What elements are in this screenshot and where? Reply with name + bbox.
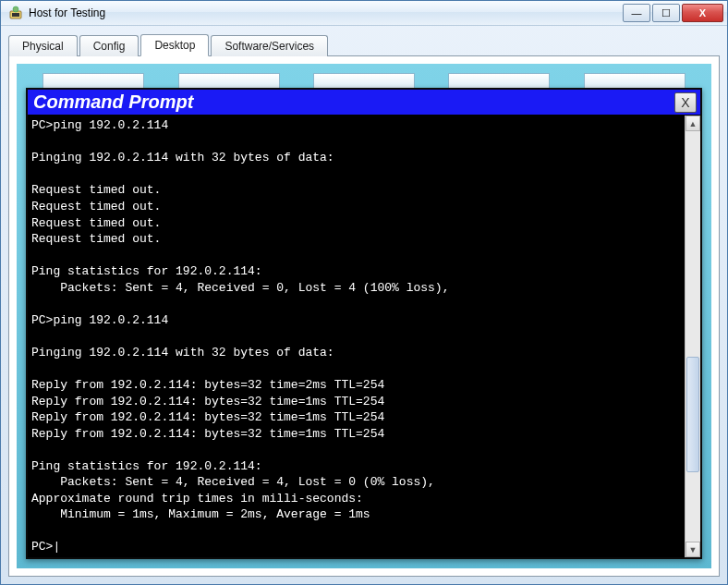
terminal-line: Packets: Sent = 4, Received = 0, Lost = … <box>31 281 449 295</box>
content-area: Physical Config Desktop Software/Service… <box>1 26 727 584</box>
terminal-line: Pinging 192.0.2.114 with 32 bytes of dat… <box>31 346 334 360</box>
terminal-line: Reply from 192.0.2.114: bytes=32 time=1m… <box>31 427 384 441</box>
maximize-button[interactable]: ☐ <box>652 4 680 22</box>
command-prompt-title: Command Prompt <box>33 91 674 113</box>
terminal-line: Reply from 192.0.2.114: bytes=32 time=2m… <box>31 378 384 392</box>
terminal-prompt[interactable]: PC> <box>31 540 60 554</box>
terminal-line: Ping statistics for 192.0.2.114: <box>31 459 262 473</box>
app-icon <box>8 6 23 20</box>
scrollbar: ▲ ▼ <box>685 116 700 557</box>
terminal-line: Request timed out. <box>31 216 161 230</box>
app-window: Host for Testing — ☐ X Physical Config D… <box>0 0 728 585</box>
terminal-line: Request timed out. <box>31 200 161 213</box>
tab-pane: Command Prompt X PC>ping 192.0.2.114 Pin… <box>8 55 720 577</box>
scroll-thumb[interactable] <box>686 357 699 471</box>
command-prompt-close-button[interactable]: X <box>674 92 697 113</box>
terminal-line: Minimum = 1ms, Maximum = 2ms, Average = … <box>31 507 370 521</box>
terminal-line: Request timed out. <box>31 232 161 246</box>
terminal-line: Reply from 192.0.2.114: bytes=32 time=1m… <box>31 395 384 408</box>
terminal-line: Request timed out. <box>31 183 161 197</box>
minimize-button[interactable]: — <box>623 4 650 22</box>
desktop-background: Command Prompt X PC>ping 192.0.2.114 Pin… <box>17 64 711 568</box>
terminal-line: Ping statistics for 192.0.2.114: <box>31 264 262 278</box>
terminal-line: Pinging 192.0.2.114 with 32 bytes of dat… <box>31 151 334 165</box>
scroll-down-button[interactable]: ▼ <box>686 542 700 557</box>
terminal-line: Approximate round trip times in milli-se… <box>31 492 363 506</box>
window-controls: — ☐ X <box>621 4 723 22</box>
terminal-line: PC>ping 192.0.2.114 <box>31 118 168 132</box>
terminal-line: PC>ping 192.0.2.114 <box>31 313 168 327</box>
tab-config[interactable]: Config <box>79 35 140 56</box>
terminal-line: Packets: Sent = 4, Received = 4, Lost = … <box>31 475 435 489</box>
command-prompt-window: Command Prompt X PC>ping 192.0.2.114 Pin… <box>26 88 702 559</box>
command-prompt-body-wrap: PC>ping 192.0.2.114 Pinging 192.0.2.114 … <box>28 116 700 557</box>
titlebar[interactable]: Host for Testing — ☐ X <box>1 1 727 26</box>
tab-physical[interactable]: Physical <box>8 35 78 56</box>
window-title: Host for Testing <box>29 6 621 19</box>
tabbar: Physical Config Desktop Software/Service… <box>8 31 720 55</box>
scroll-up-button[interactable]: ▲ <box>686 116 700 131</box>
scroll-track[interactable] <box>686 131 700 542</box>
terminal-line: Reply from 192.0.2.114: bytes=32 time=1m… <box>31 410 384 424</box>
svg-rect-1 <box>12 13 19 17</box>
close-button[interactable]: X <box>682 4 723 22</box>
svg-point-2 <box>13 6 18 12</box>
tab-desktop[interactable]: Desktop <box>140 34 209 56</box>
command-prompt-output[interactable]: PC>ping 192.0.2.114 Pinging 192.0.2.114 … <box>28 116 685 557</box>
tab-software-services[interactable]: Software/Services <box>211 35 328 56</box>
command-prompt-titlebar[interactable]: Command Prompt X <box>28 90 700 116</box>
